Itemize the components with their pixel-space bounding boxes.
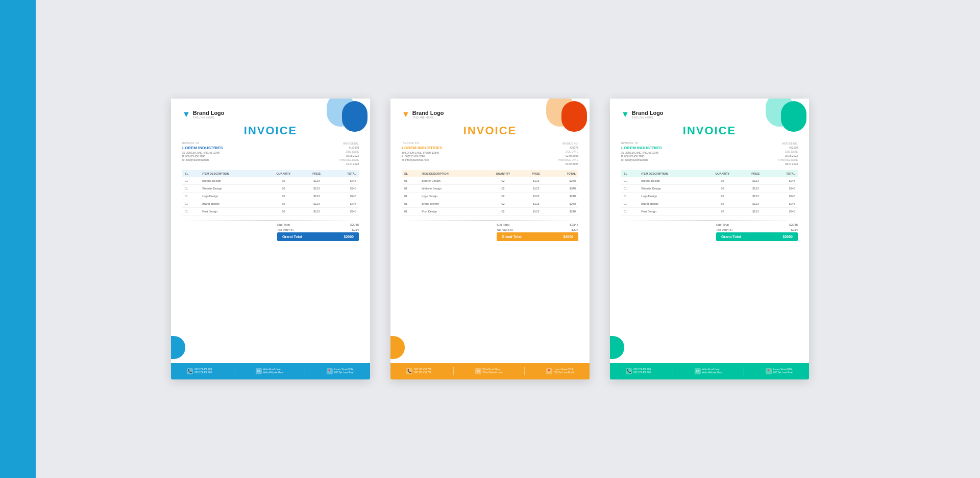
col-total: TOTAL (769, 170, 798, 177)
company-name: LOREM INDUSTRIES (182, 146, 339, 150)
table-row: 01 Website Design 02 $123 $248 (621, 185, 798, 193)
footer-phone-text: 000 123 456 789 000 123 456 789 (414, 368, 431, 374)
price: $123 (523, 193, 550, 200)
price: $123 (523, 200, 550, 208)
invoice-table: SL ITEM DESCRIPTION QUANTITY PRIZE TOTAL… (621, 170, 798, 216)
invoice-table: SL ITEM DESCRIPTION QUANTITY PRIZE TOTAL… (182, 170, 359, 216)
bill-phone: P: 000123 456 7890 (621, 155, 778, 158)
table-divider (621, 220, 798, 221)
col-total: TOTAL (550, 170, 578, 177)
email-icon: ✉ (475, 368, 481, 374)
brand-name: Brand Logo (632, 110, 664, 116)
footer-email-item: ✉ Write Email Here Write Website Here (695, 368, 722, 374)
qty: 02 (483, 185, 523, 193)
footer-divider-2 (744, 367, 744, 375)
tax-label: Tax Vat(4.5) (716, 228, 732, 231)
sl: 01 (621, 200, 639, 208)
footer-address-text: Lorem Street 0024, 000 Set Lane Road (773, 368, 793, 374)
bill-address: 39 LOREM LANE, IPSUM 12345 (182, 151, 339, 155)
footer-phone-item: 📞 000 123 456 789 000 123 456 789 (406, 368, 431, 374)
company-name: LOREM INDUSTRIES (402, 146, 558, 150)
bill-section: INVOICE TO LOREM INDUSTRIES 39 LOREM LAN… (182, 141, 359, 166)
grand-total-button: Grand Total $2000 (277, 232, 359, 241)
brand-name: Brand Logo (412, 110, 444, 116)
email-icon: ✉ (695, 368, 701, 374)
bottom-section: TERMS & CONDITIONS Lorem ipsum dolor sit… (182, 246, 359, 379)
total: $348 (550, 185, 578, 193)
sl: 01 (621, 177, 639, 185)
footer-address-item: 📍 Lorem Street 0024, 000 Set Lane Road (766, 368, 793, 374)
total: $248 (330, 200, 359, 208)
table-row: 01 Logo Design 02 $123 $248 (621, 193, 798, 200)
item-desc: Banner Design (200, 177, 264, 185)
footer-email-text: Write Email Here Write Website Here (702, 368, 722, 374)
phone-icon: 📞 (187, 368, 193, 374)
sl: 01 (182, 200, 200, 208)
table-header-row: SL ITEM DESCRIPTION QUANTITY PRIZE TOTAL (621, 170, 798, 177)
tax-value: $234 (352, 228, 359, 231)
table-row: 01 Banner Design 02 $123 $248 (621, 177, 798, 185)
price: $123 (303, 208, 330, 216)
table-row: 01 Logo Design 02 $123 $248 (182, 193, 359, 200)
bill-right: INVOICE NO. #123678 DUE DATE 02.06.2023 … (339, 141, 359, 166)
bill-mobile: M: info@youremail.here (182, 158, 339, 162)
item-desc: Brand Identity (639, 200, 703, 208)
subtotal-label: Sub Total (497, 223, 509, 226)
total: $248 (550, 208, 578, 216)
invoice-no-value: #22378 (558, 146, 578, 150)
due-date-label: DUE DATE (339, 150, 359, 154)
footer-divider (234, 367, 234, 375)
bill-right: INVOICE NO. #22378 DUE DATE 02.06.2023 #… (558, 141, 578, 166)
item-desc: Banner Design (639, 177, 703, 185)
sl: 01 (182, 185, 200, 193)
invoice-table: SL ITEM DESCRIPTION QUANTITY PRIZE TOTAL… (402, 170, 578, 216)
footer-address-item: 📍 Lorem Street 0124, 000 Set Lane Road (327, 368, 354, 374)
subtotal-value: $2345 (789, 223, 798, 226)
price: $123 (742, 185, 769, 193)
subtotal-row: Sub Total $2345 (716, 222, 798, 227)
logo-area: ▼ Brand Logo TAGLINE HERE (402, 110, 444, 119)
phone-icon: 📞 (406, 368, 412, 374)
sl: 01 (621, 193, 639, 200)
col-sl: SL (182, 170, 200, 177)
grand-total-button: Grand Total $2000 (716, 232, 798, 241)
price: $123 (523, 185, 550, 193)
item-desc: Website Design (419, 185, 483, 193)
footer-email-text: Write Email Here Write Website Here (263, 368, 283, 374)
totals-section: Sub Total $2345 Tax Vat(4.5) $234 Grand … (182, 222, 359, 241)
logo-icon: ▼ (182, 110, 190, 119)
table-row: 01 Post Design 02 $123 $248 (182, 208, 359, 216)
price: $123 (742, 200, 769, 208)
totals-section: Sub Total $2345 Tax Vat(4.5) $234 Grand … (402, 222, 578, 241)
total: $248 (769, 177, 798, 185)
blob-front (342, 101, 368, 132)
table-divider (182, 220, 359, 221)
sl: 01 (621, 208, 639, 216)
tax-row: Tax Vat(4.5) $234 (277, 227, 359, 232)
col-price: PRIZE (303, 170, 330, 177)
brand-tagline: TAGLINE HERE (193, 116, 225, 119)
footer-address-text: Lorem Street 0124, 000 Set Lane Road (334, 368, 354, 374)
brand-tagline: TAGLINE HERE (632, 116, 664, 119)
price: $123 (523, 208, 550, 216)
price: $123 (303, 177, 330, 185)
decoration-blobs-teal (758, 99, 809, 145)
bg-accent-left (0, 0, 36, 478)
totals-section: Sub Total $2345 Tax Vat(4.5) $234 Grand … (621, 222, 798, 241)
bill-phone: P: 000123 456 7890 (402, 155, 558, 158)
subtotal-label: Sub Total (716, 223, 729, 226)
footer-divider-2 (524, 367, 525, 375)
price: $123 (523, 177, 550, 185)
logo-area: ▼ Brand Logo TAGLINE HERE (182, 110, 225, 119)
col-description: ITEM DESCRIPTION (419, 170, 483, 177)
footer-address-item: 📍 Lorem Street 0124, 000 Set Lane Road (546, 368, 574, 374)
blob-front (561, 101, 587, 132)
col-price: PRIZE (742, 170, 769, 177)
table-row: 01 Website Design 02 $123 $348 (182, 185, 359, 193)
subtotal-value: $2345 (570, 223, 578, 226)
bill-section: INVOICE TO LOREM INDUSTRIES 39 LOREM LAN… (402, 141, 578, 166)
logo-text-area: Brand Logo TAGLINE HERE (632, 110, 664, 119)
tax-value: $234 (572, 228, 578, 231)
brand-tagline: TAGLINE HERE (412, 116, 444, 119)
col-description: ITEM DESCRIPTION (200, 170, 264, 177)
